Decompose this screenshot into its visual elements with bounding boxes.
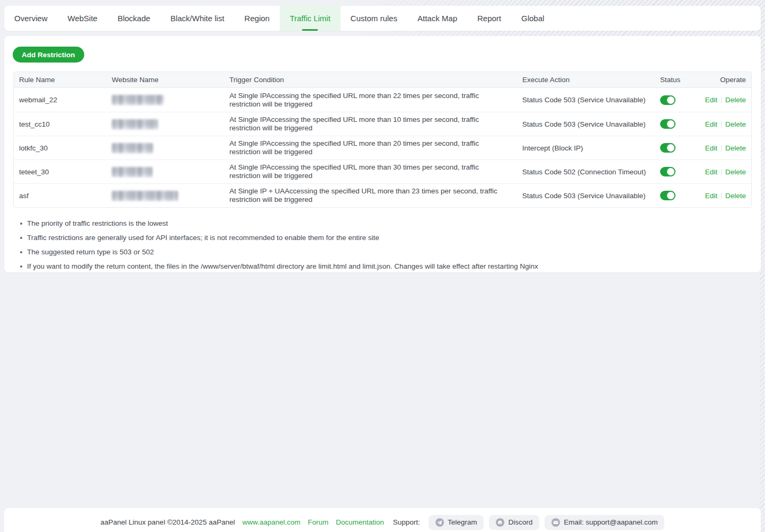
rule-name: asf — [14, 192, 106, 200]
delete-link[interactable]: Delete — [725, 120, 746, 128]
execute-action: Intercept (Block IP) — [517, 144, 655, 152]
top-navbar: Overview WebSite Blockade Black/White li… — [4, 6, 761, 31]
tab-report[interactable]: Report — [467, 6, 511, 31]
execute-action: Status Code 503 (Service Unavailable) — [517, 120, 655, 128]
tab-custom-rules[interactable]: Custom rules — [341, 6, 407, 31]
tab-global[interactable]: Global — [511, 6, 554, 31]
trigger-condition: At Single IPAccessing the specified URL … — [224, 136, 517, 159]
email-support-button[interactable]: Email: support@aapanel.com — [545, 515, 664, 530]
copyright-text: aaPanel Linux panel ©2014-2025 aaPanel — [101, 518, 235, 526]
header-execute-action: Execute Action — [517, 76, 655, 84]
edit-link[interactable]: Edit — [705, 120, 717, 128]
note-item: The suggested return type is 503 or 502 — [20, 248, 761, 256]
note-item: If you want to modify the return content… — [20, 262, 761, 271]
website-name-cell — [106, 119, 224, 129]
aapanel-site-link[interactable]: www.aapanel.com — [242, 518, 300, 526]
execute-action: Status Code 503 (Service Unavailable) — [517, 96, 655, 104]
tab-attack-map[interactable]: Attack Map — [407, 6, 467, 31]
delete-link[interactable]: Delete — [725, 192, 746, 200]
operate-separator — [721, 169, 722, 175]
execute-action: Status Code 503 (Service Unavailable) — [517, 192, 655, 200]
table-row: teteet_30 At Single IPAccessing the spec… — [14, 159, 751, 183]
website-name-cell — [106, 191, 224, 201]
status-toggle-on[interactable] — [660, 191, 675, 200]
edit-link[interactable]: Edit — [705, 144, 717, 152]
trigger-condition: At Single IP + UAAccessing the specified… — [224, 184, 517, 207]
header-status: Status — [655, 76, 700, 84]
execute-action: Status Code 502 (Connection Timeout) — [517, 168, 655, 176]
telegram-button[interactable]: Telegram — [429, 515, 484, 530]
documentation-link[interactable]: Documentation — [336, 518, 384, 526]
header-operate: Operate — [700, 76, 751, 84]
tab-traffic-limit[interactable]: Traffic Limit — [280, 6, 341, 31]
status-toggle-on[interactable] — [660, 119, 675, 129]
edit-link[interactable]: Edit — [705, 168, 717, 176]
edit-link[interactable]: Edit — [705, 96, 717, 104]
website-name-cell — [106, 167, 224, 177]
telegram-icon — [435, 518, 444, 527]
operate-separator — [721, 121, 722, 128]
notes-list: The priority of traffic restrictions is … — [20, 219, 761, 271]
header-rule-name: Rule Name — [14, 76, 106, 84]
note-item: The priority of traffic restrictions is … — [20, 219, 761, 228]
status-toggle-on[interactable] — [660, 95, 675, 105]
email-icon — [551, 518, 560, 527]
header-website-name: Website Name — [106, 76, 224, 84]
rule-name: test_cc10 — [14, 120, 106, 128]
status-toggle-on[interactable] — [660, 167, 675, 176]
redacted-website-name — [112, 167, 153, 177]
delete-link[interactable]: Delete — [725, 144, 746, 152]
telegram-label: Telegram — [448, 518, 477, 526]
operate-separator — [721, 193, 722, 199]
email-label: Email: support@aapanel.com — [564, 518, 657, 526]
trigger-condition: At Single IPAccessing the specified URL … — [224, 160, 517, 183]
website-name-cell — [106, 143, 224, 153]
table-row: webmail_22 At Single IPAccessing the spe… — [14, 88, 751, 112]
table-row: lotkfc_30 At Single IPAccessing the spec… — [14, 136, 751, 159]
operate-separator — [721, 145, 722, 152]
rule-name: webmail_22 — [14, 96, 106, 104]
tab-website[interactable]: WebSite — [58, 6, 108, 31]
trigger-condition: At Single IPAccessing the specified URL … — [224, 88, 517, 112]
edit-link[interactable]: Edit — [705, 192, 717, 200]
tab-black-white-list[interactable]: Black/White list — [161, 6, 235, 31]
restrictions-table: Rule Name Website Name Trigger Condition… — [13, 72, 752, 208]
trigger-condition: At Single IPAccessing the specified URL … — [224, 112, 517, 136]
rule-name: teteet_30 — [14, 168, 106, 176]
website-name-cell — [106, 95, 224, 105]
delete-link[interactable]: Delete — [725, 96, 746, 104]
table-row: asf At Single IP + UAAccessing the speci… — [14, 183, 751, 207]
redacted-website-name — [112, 95, 164, 105]
redacted-website-name — [112, 119, 158, 129]
support-label: Support: — [393, 518, 420, 526]
table-row: test_cc10 At Single IPAccessing the spec… — [14, 112, 751, 136]
rule-name: lotkfc_30 — [14, 144, 106, 152]
status-toggle-on[interactable] — [660, 143, 675, 153]
forum-link[interactable]: Forum — [308, 518, 328, 526]
redacted-website-name — [112, 191, 178, 201]
table-header-row: Rule Name Website Name Trigger Condition… — [14, 72, 751, 88]
add-restriction-button[interactable]: Add Restriction — [13, 47, 84, 63]
discord-label: Discord — [508, 518, 532, 526]
discord-button[interactable]: Discord — [489, 515, 539, 530]
operate-separator — [721, 97, 722, 103]
header-trigger-condition: Trigger Condition — [224, 73, 517, 87]
traffic-limit-panel: Add Restriction Rule Name Website Name T… — [4, 36, 761, 272]
footer-bar: aaPanel Linux panel ©2014-2025 aaPanel w… — [4, 508, 761, 532]
discord-icon — [496, 518, 504, 527]
tab-region[interactable]: Region — [234, 6, 280, 31]
tab-overview[interactable]: Overview — [4, 6, 58, 31]
tab-blockade[interactable]: Blockade — [108, 6, 161, 31]
note-item: Traffic restrictions are generally used … — [20, 234, 761, 242]
redacted-website-name — [112, 143, 153, 153]
delete-link[interactable]: Delete — [725, 168, 746, 176]
